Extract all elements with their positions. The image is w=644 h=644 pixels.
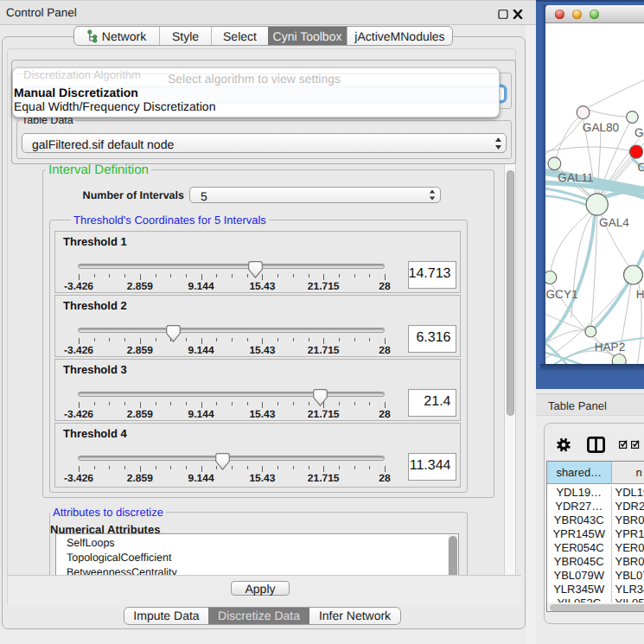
- svg-text:GCY1: GCY1: [545, 288, 577, 301]
- svg-text:GA: GA: [634, 126, 644, 139]
- svg-text:GAL80: GAL80: [583, 121, 620, 134]
- svg-text:C: C: [637, 161, 644, 174]
- svg-text:HI: HI: [636, 288, 644, 301]
- svg-text:GAL11: GAL11: [558, 171, 593, 184]
- svg-text:HAP2: HAP2: [595, 341, 626, 354]
- svg-text:GAL4: GAL4: [599, 216, 629, 229]
